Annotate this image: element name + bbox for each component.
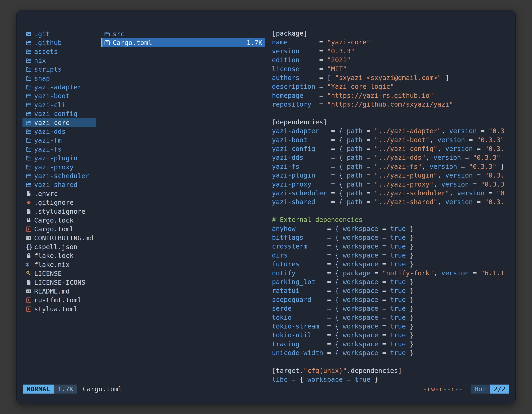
file-row-contributing-md[interactable]: CONTRIBUTING.md — [22, 234, 96, 242]
toml-icon — [26, 297, 34, 303]
markdown-icon — [26, 235, 34, 241]
folder-icon — [26, 164, 34, 170]
folder-icon — [26, 102, 34, 108]
file-name: Cargo.toml — [113, 39, 152, 47]
preview-line: license = "MIT" — [272, 65, 510, 74]
file-icon — [26, 279, 34, 286]
file-row-yazi-proxy[interactable]: yazi-proxy — [22, 163, 96, 171]
file-name: yazi-fs — [34, 145, 62, 153]
file-row-yazi-cli[interactable]: yazi-cli — [22, 100, 96, 109]
yazi-terminal-window[interactable]: .git.githubassetsnixscriptssnapyazi-adap… — [16, 10, 516, 404]
file-name: yazi-boot — [34, 92, 69, 100]
preview-line: bitflags = { workspace = true } — [272, 234, 510, 242]
current-pane: srcCargo.toml1.7K — [101, 29, 265, 47]
preview-line: [target."cfg(unix)".dependencies] — [272, 367, 510, 375]
file-row-yazi-adapter[interactable]: yazi-adapter — [22, 83, 96, 91]
file-size: 1.7K — [247, 39, 262, 47]
file-row-stylua-toml[interactable]: stylua.toml — [22, 305, 96, 313]
file-row-yazi-core[interactable]: yazi-core — [22, 118, 96, 127]
preview-line: scopeguard = { workspace = true } — [272, 296, 510, 305]
file-name: yazi-fm — [34, 136, 62, 144]
preview-line: repository = "https://github.com/sxyazi/… — [272, 100, 510, 109]
preview-line: version = "0.3.3" — [272, 47, 510, 56]
file-row-rustfmt-toml[interactable]: rustfmt.toml — [22, 296, 96, 305]
file-row--git[interactable]: .git — [22, 29, 96, 38]
file-name: Cargo.lock — [34, 216, 74, 224]
preview-line: futures = { workspace = true } — [272, 260, 510, 269]
file-row-flake-lock[interactable]: flake.lock — [22, 251, 96, 260]
file-row-yazi-boot[interactable]: yazi-boot — [22, 92, 96, 100]
file-row-readme-md[interactable]: README.md — [22, 287, 96, 296]
preview-line: # External dependencies — [272, 216, 510, 225]
file-row-snap[interactable]: snap — [22, 74, 96, 83]
file-icon — [26, 191, 34, 197]
file-name: README.md — [34, 287, 69, 295]
folder-icon — [26, 93, 34, 99]
preview-line: edition = "2021" — [272, 56, 510, 65]
folder-icon — [26, 137, 34, 143]
file-row-cargo-lock[interactable]: Cargo.lock — [22, 216, 96, 225]
file-name: nix — [34, 57, 46, 64]
file-name: LICENSE-ICONS — [34, 279, 85, 286]
folder-icon — [26, 155, 34, 161]
file-name: yazi-proxy — [34, 163, 74, 171]
file-row-flake-nix[interactable]: ❄flake.nix — [22, 260, 96, 269]
git-folder-icon — [26, 31, 34, 37]
file-row-src[interactable]: src — [101, 29, 265, 38]
cursor-count-badge: 2/2 — [490, 385, 509, 394]
file-row-license-icons[interactable]: LICENSE-ICONS — [22, 278, 96, 287]
preview-pane[interactable]: [package]name = "yazi-core"version = "0.… — [272, 29, 510, 385]
file-row-yazi-dds[interactable]: yazi-dds — [22, 127, 96, 136]
file-name: cspell.json — [34, 243, 77, 251]
file-row-yazi-fs[interactable]: yazi-fs — [22, 145, 96, 154]
nix-icon: ❄ — [26, 262, 34, 268]
parent-pane: .git.githubassetsnixscriptssnapyazi-adap… — [22, 29, 96, 314]
file-row-yazi-config[interactable]: yazi-config — [22, 109, 96, 118]
file-name: stylua.toml — [34, 305, 77, 313]
preview-line: [package] — [272, 29, 510, 38]
file-name: .git — [34, 30, 50, 38]
file-name: .gitignore — [34, 199, 74, 206]
file-row-license[interactable]: LICENSE — [22, 269, 96, 278]
file-row--github[interactable]: .github — [22, 38, 96, 47]
file-name: assets — [34, 48, 58, 55]
file-row--gitignore[interactable]: .gitignore — [22, 198, 96, 207]
file-row-yazi-fm[interactable]: yazi-fm — [22, 136, 96, 145]
file-name: Cargo.toml — [34, 225, 74, 233]
folder-icon — [104, 31, 113, 37]
preview-line: authors = [ "sxyazi <sxyazi@gmail.com>" … — [272, 74, 510, 83]
file-row-cspell-json[interactable]: {}cspell.json — [22, 242, 96, 251]
lock-icon — [26, 217, 34, 223]
file-row-yazi-scheduler[interactable]: yazi-scheduler — [22, 171, 96, 180]
cursor-marker — [101, 38, 103, 47]
file-row--styluaignore[interactable]: .styluaignore — [22, 207, 96, 216]
file-row--envrc[interactable]: .envrc — [22, 189, 96, 198]
preview-line: parking_lot = { workspace = true } — [272, 278, 510, 287]
folder-icon — [26, 48, 34, 55]
file-row-nix[interactable]: nix — [22, 56, 96, 65]
preview-line: crossterm = { workspace = true } — [272, 242, 510, 251]
file-row-assets[interactable]: assets — [22, 47, 96, 56]
file-row-yazi-plugin[interactable]: yazi-plugin — [22, 154, 96, 163]
folder-icon — [26, 146, 34, 152]
preview-line: yazi-plugin = { path = "../yazi-plugin",… — [272, 171, 510, 180]
preview-line: ratatui = { workspace = true } — [272, 287, 510, 296]
preview-line: [dependencies] — [272, 118, 510, 127]
folder-icon — [26, 182, 34, 188]
file-row-yazi-shared[interactable]: yazi-shared — [22, 180, 96, 189]
preview-line — [272, 358, 510, 366]
file-name: yazi-adapter — [34, 83, 81, 91]
git-icon — [26, 199, 34, 206]
folder-icon — [26, 40, 34, 46]
preview-line: yazi-dds = { path = "../yazi-dds", versi… — [272, 154, 510, 163]
file-name: LICENSE — [34, 270, 62, 277]
folder-icon — [26, 128, 34, 135]
preview-line: yazi-fs = { path = "../yazi-fs", version… — [272, 163, 510, 171]
file-row-scripts[interactable]: scripts — [22, 65, 96, 74]
file-name: src — [113, 30, 124, 38]
preview-line: yazi-adapter = { path = "../yazi-adapter… — [272, 127, 510, 136]
file-manager-panes: .git.githubassetsnixscriptssnapyazi-adap… — [22, 29, 516, 385]
file-row-cargo-toml[interactable]: Cargo.toml1.7K — [101, 38, 265, 47]
file-row-cargo-toml[interactable]: Cargo.toml — [22, 225, 96, 234]
folder-icon — [26, 120, 34, 126]
